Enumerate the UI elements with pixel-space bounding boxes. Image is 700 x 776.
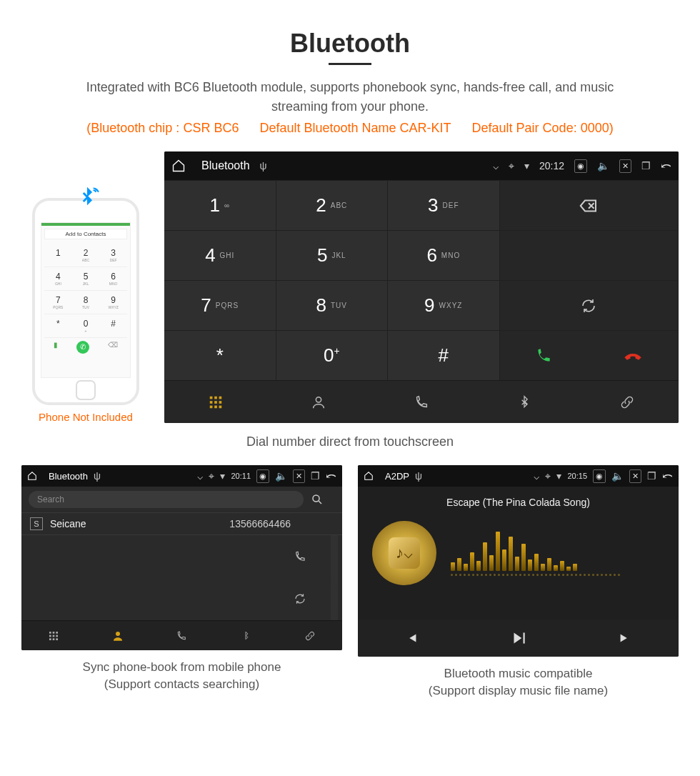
volume-icon[interactable]: 🔈 <box>275 470 287 482</box>
tab-bluetooth[interactable] <box>473 381 576 423</box>
backspace-button[interactable] <box>500 180 679 230</box>
svg-rect-4 <box>214 401 217 404</box>
dialer-caption: Dial number direct from touchscreen <box>21 434 679 449</box>
contact-initial: S <box>30 517 43 530</box>
search-icon[interactable] <box>311 493 335 506</box>
dial-key-9[interactable]: 9WXYZ <box>388 280 500 330</box>
music-note-icon: ♪⌵ <box>389 537 420 569</box>
wifi-icon: ▾ <box>556 470 561 482</box>
close-icon[interactable]: ✕ <box>619 159 631 173</box>
status-title: A2DP <box>385 471 409 482</box>
sync-icon[interactable] <box>294 592 306 605</box>
svg-rect-12 <box>53 632 55 634</box>
spec-name: Default Bluetooth Name CAR-KIT <box>259 121 451 135</box>
volume-icon[interactable]: 🔈 <box>597 160 609 171</box>
dial-key-5[interactable]: 5JKL <box>276 230 389 280</box>
song-title: Escape (The Pina Colada Song) <box>358 497 679 508</box>
phone-key-9: 9WXYZ <box>99 291 127 314</box>
usb-icon: ψ <box>94 470 101 482</box>
dial-key-4[interactable]: 4GHI <box>164 230 276 280</box>
back-icon[interactable]: ⤺ <box>326 468 336 484</box>
back-icon[interactable]: ⤺ <box>662 468 673 484</box>
svg-rect-2 <box>219 396 222 399</box>
status-time: 20:11 <box>231 472 251 480</box>
tab-bluetooth[interactable] <box>214 621 278 650</box>
subtitle: Integrated with BC6 Bluetooth module, su… <box>57 78 643 116</box>
tab-dialpad[interactable] <box>164 381 267 423</box>
search-input[interactable]: Search <box>29 491 304 508</box>
dial-key-7[interactable]: 7PQRS <box>164 280 276 330</box>
phone-key-8: 8TUV <box>72 291 100 314</box>
wifi-icon: ▾ <box>220 470 225 482</box>
tab-dialpad[interactable] <box>21 621 86 650</box>
camera-icon[interactable]: ◉ <box>593 469 606 483</box>
prev-track-button[interactable] <box>358 620 465 657</box>
dial-key-#[interactable]: # <box>388 330 500 380</box>
tab-contacts[interactable] <box>86 621 150 650</box>
next-track-button[interactable] <box>571 620 679 657</box>
end-call-button[interactable] <box>623 346 643 366</box>
dial-key-8[interactable]: 8TUV <box>276 280 389 330</box>
call-button[interactable] <box>534 347 553 365</box>
status-bar: Bluetooth ψ ⌵ ⌖ ▾ 20:12 ◉ 🔈 ✕ ❐ ⤺ <box>164 151 679 180</box>
home-icon[interactable] <box>27 471 37 481</box>
svg-rect-6 <box>210 405 213 408</box>
camera-icon[interactable]: ◉ <box>574 159 587 173</box>
dial-key-2[interactable]: 2ABC <box>276 180 389 230</box>
tab-pair[interactable] <box>278 621 342 650</box>
alpha-scroll[interactable] <box>331 535 338 620</box>
phone-key-#: # <box>99 314 127 338</box>
tab-contacts[interactable] <box>267 381 370 423</box>
bluetooth-icon: ⌵ <box>493 160 499 171</box>
album-art: ♪⌵ <box>372 521 436 585</box>
svg-rect-18 <box>53 638 55 640</box>
spec-chip: (Bluetooth chip : CSR BC6 <box>86 121 239 135</box>
phone-key-7: 7PQRS <box>44 291 72 314</box>
svg-rect-14 <box>49 635 51 637</box>
phone-add-contacts: Add to Contacts <box>44 229 127 239</box>
dial-key-*[interactable]: * <box>164 330 276 380</box>
page-title: Bluetooth <box>21 29 679 59</box>
music-screen: A2DP ψ ⌵ ⌖ ▾ 20:15 ◉ 🔈 ✕ ❐ ⤺ Escape (The… <box>358 465 679 657</box>
contacts-list-body <box>21 534 342 620</box>
contacts-caption: Sync phone-book from mobile phone (Suppo… <box>21 659 342 693</box>
phone-key-4: 4GHI <box>44 267 72 291</box>
dial-key-3[interactable]: 3DEF <box>388 180 500 230</box>
tab-call-log[interactable] <box>150 621 214 650</box>
dial-key-6[interactable]: 6MNO <box>388 230 500 280</box>
location-icon: ⌖ <box>509 160 514 172</box>
volume-icon[interactable]: 🔈 <box>611 470 624 482</box>
play-pause-button[interactable] <box>465 620 572 657</box>
svg-rect-15 <box>53 635 55 637</box>
location-icon: ⌖ <box>545 470 551 482</box>
tab-pair[interactable] <box>576 381 679 423</box>
close-icon[interactable]: ✕ <box>629 469 641 483</box>
camera-icon[interactable]: ◉ <box>256 469 269 483</box>
dial-key-1[interactable]: 1∞ <box>164 180 276 230</box>
contact-number: 13566664466 <box>229 518 291 529</box>
close-icon[interactable]: ✕ <box>293 469 305 483</box>
recent-apps-icon[interactable]: ❐ <box>647 470 656 482</box>
swap-button[interactable] <box>500 280 679 330</box>
back-icon[interactable]: ⤺ <box>661 158 671 174</box>
recent-apps-icon[interactable]: ❐ <box>311 470 320 482</box>
contacts-screen: Bluetooth ψ ⌵ ⌖ ▾ 20:11 ◉ 🔈 ✕ ❐ ⤺ Search <box>21 465 342 650</box>
specs-line: (Bluetooth chip : CSR BC6 Default Blueto… <box>21 121 679 136</box>
call-icon[interactable] <box>294 550 306 563</box>
music-caption: Bluetooth music compatible (Support disp… <box>358 665 679 700</box>
svg-rect-8 <box>219 405 222 408</box>
contact-row[interactable]: S Seicane 13566664466 <box>21 512 342 534</box>
tab-bar <box>164 380 679 423</box>
dial-key-0[interactable]: 0+ <box>276 330 389 380</box>
empty-cell <box>500 230 679 280</box>
svg-rect-16 <box>56 635 58 637</box>
tab-call-log[interactable] <box>370 381 473 423</box>
phone-key-5: 5JKL <box>72 267 100 291</box>
home-icon[interactable] <box>364 471 374 481</box>
recent-apps-icon[interactable]: ❐ <box>641 160 651 171</box>
visualizer <box>451 521 650 585</box>
status-title: Bluetooth <box>49 471 88 482</box>
status-bar: Bluetooth ψ ⌵ ⌖ ▾ 20:11 ◉ 🔈 ✕ ❐ ⤺ <box>21 465 342 487</box>
home-icon[interactable] <box>171 159 186 173</box>
spec-code: Default Pair Code: 0000) <box>472 121 614 135</box>
